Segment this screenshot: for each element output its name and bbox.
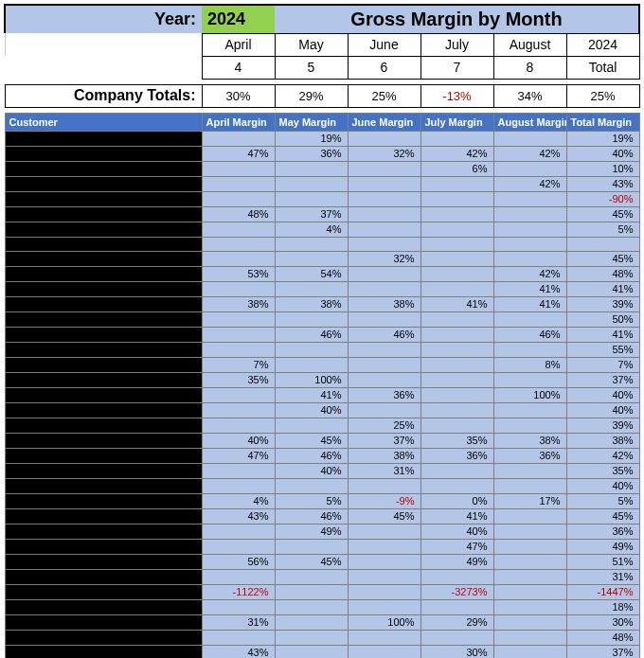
margin-cell[interactable]: 55%: [566, 342, 639, 357]
margin-cell[interactable]: 6%: [420, 161, 493, 176]
margin-cell[interactable]: [420, 281, 493, 296]
margin-cell[interactable]: 35%: [566, 463, 639, 478]
margin-cell[interactable]: [202, 281, 275, 296]
margin-cell[interactable]: 48%: [202, 206, 275, 222]
col-header-june[interactable]: June Margin: [348, 113, 420, 131]
customer-cell[interactable]: [5, 327, 202, 342]
margin-cell[interactable]: [420, 418, 493, 433]
margin-cell[interactable]: 45%: [275, 554, 348, 569]
margin-cell[interactable]: [493, 463, 566, 478]
customer-cell[interactable]: [5, 281, 202, 296]
margin-cell[interactable]: [493, 206, 566, 222]
margin-cell[interactable]: 38%: [202, 296, 275, 311]
margin-cell[interactable]: [420, 311, 493, 327]
margin-cell[interactable]: [275, 645, 348, 658]
table-row[interactable]: 47%46%38%36%36%42%: [5, 448, 639, 463]
table-row[interactable]: 40%40%: [5, 402, 639, 418]
margin-cell[interactable]: [420, 176, 493, 191]
margin-cell[interactable]: [493, 161, 566, 176]
table-row[interactable]: 25%39%: [5, 418, 639, 433]
margin-cell[interactable]: 41%: [566, 281, 639, 296]
customer-cell[interactable]: [5, 448, 202, 463]
margin-cell[interactable]: [202, 599, 275, 614]
customer-cell[interactable]: [5, 311, 202, 327]
margin-cell[interactable]: 5%: [275, 493, 348, 508]
margin-cell[interactable]: 42%: [566, 448, 639, 463]
margin-cell[interactable]: 47%: [420, 539, 493, 554]
customer-cell[interactable]: [5, 493, 202, 508]
margin-cell[interactable]: 37%: [348, 433, 420, 448]
margin-cell[interactable]: 40%: [275, 463, 348, 478]
year-value[interactable]: 2024: [202, 5, 275, 33]
margin-cell[interactable]: [348, 281, 420, 296]
table-row[interactable]: 48%37%45%: [5, 206, 639, 222]
margin-cell[interactable]: 36%: [348, 387, 420, 402]
customer-cell[interactable]: [5, 524, 202, 539]
margin-cell[interactable]: -3273%: [420, 584, 493, 599]
margin-cell[interactable]: [202, 418, 275, 433]
customer-cell[interactable]: [5, 176, 202, 191]
margin-cell[interactable]: [493, 222, 566, 237]
customer-cell[interactable]: [5, 161, 202, 176]
margin-cell[interactable]: [493, 342, 566, 357]
table-row[interactable]: 19%19%: [5, 131, 639, 146]
customer-cell[interactable]: [5, 539, 202, 554]
margin-cell[interactable]: [493, 539, 566, 554]
margin-cell[interactable]: [348, 357, 420, 372]
margin-cell[interactable]: 45%: [566, 508, 639, 524]
margin-cell[interactable]: 40%: [566, 387, 639, 402]
margin-cell[interactable]: [493, 311, 566, 327]
margin-cell[interactable]: 43%: [202, 508, 275, 524]
margin-cell[interactable]: [348, 539, 420, 554]
margin-cell[interactable]: [202, 131, 275, 146]
margin-cell[interactable]: 0%: [420, 493, 493, 508]
margin-cell[interactable]: [202, 191, 275, 206]
margin-cell[interactable]: [275, 599, 348, 614]
table-row[interactable]: 38%38%38%41%41%39%: [5, 296, 639, 311]
margin-cell[interactable]: [493, 614, 566, 630]
margin-cell[interactable]: 50%: [566, 311, 639, 327]
margin-cell[interactable]: 42%: [493, 266, 566, 281]
margin-cell[interactable]: 4%: [202, 493, 275, 508]
margin-cell[interactable]: [275, 237, 348, 251]
margin-cell[interactable]: 45%: [566, 251, 639, 266]
margin-cell[interactable]: [493, 508, 566, 524]
margin-cell[interactable]: 42%: [420, 146, 493, 161]
margin-cell[interactable]: 25%: [348, 418, 420, 433]
margin-cell[interactable]: 29%: [420, 614, 493, 630]
margin-cell[interactable]: [493, 584, 566, 599]
margin-cell[interactable]: [420, 402, 493, 418]
margin-cell[interactable]: 30%: [420, 645, 493, 658]
margin-cell[interactable]: 10%: [566, 161, 639, 176]
margin-cell[interactable]: 5%: [566, 493, 639, 508]
margin-cell[interactable]: [420, 251, 493, 266]
margin-cell[interactable]: 41%: [275, 387, 348, 402]
margin-cell[interactable]: [275, 176, 348, 191]
customer-cell[interactable]: [5, 342, 202, 357]
table-row[interactable]: 55%: [5, 342, 639, 357]
margin-cell[interactable]: [420, 463, 493, 478]
margin-cell[interactable]: [348, 402, 420, 418]
table-row[interactable]: 50%: [5, 311, 639, 327]
margin-cell[interactable]: 36%: [493, 448, 566, 463]
margin-cell[interactable]: [202, 478, 275, 493]
margin-cell[interactable]: [348, 630, 420, 645]
margin-cell[interactable]: 35%: [202, 372, 275, 387]
margin-cell[interactable]: [275, 311, 348, 327]
margin-cell[interactable]: 100%: [348, 614, 420, 630]
margin-cell[interactable]: 47%: [202, 146, 275, 161]
margin-cell[interactable]: [348, 191, 420, 206]
col-header-july[interactable]: July Margin: [420, 113, 493, 131]
margin-cell[interactable]: 41%: [493, 296, 566, 311]
customer-cell[interactable]: [5, 584, 202, 599]
margin-cell[interactable]: 41%: [420, 508, 493, 524]
margin-cell[interactable]: -9%: [348, 493, 420, 508]
table-row[interactable]: 47%36%32%42%42%40%: [5, 146, 639, 161]
table-row[interactable]: 43%46%45%41%45%: [5, 508, 639, 524]
margin-cell[interactable]: [275, 418, 348, 433]
table-row[interactable]: 40%: [5, 478, 639, 493]
customer-cell[interactable]: [5, 191, 202, 206]
margin-cell[interactable]: [493, 418, 566, 433]
margin-cell[interactable]: 37%: [566, 645, 639, 658]
margin-cell[interactable]: 30%: [566, 614, 639, 630]
